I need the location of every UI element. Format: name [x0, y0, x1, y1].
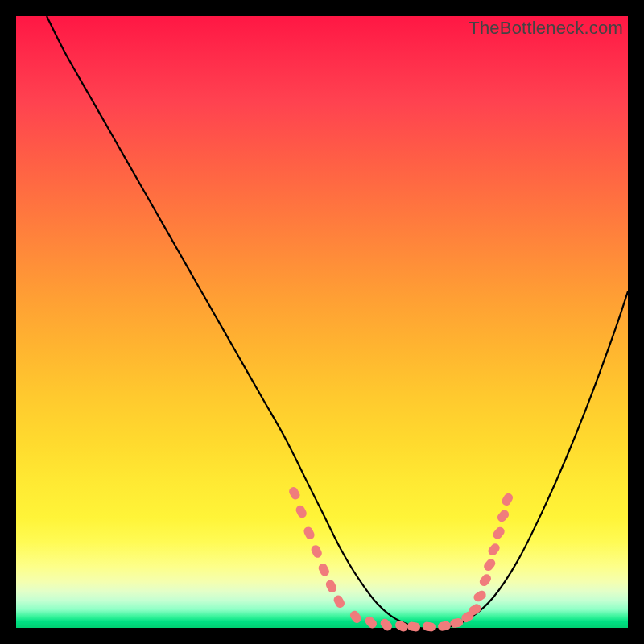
curve-marker	[303, 526, 316, 541]
curve-marker	[332, 594, 346, 609]
curve-marker	[472, 589, 487, 604]
curve-marker	[501, 492, 514, 507]
curve-marker	[491, 526, 506, 541]
chart-svg	[16, 16, 628, 628]
chart-frame: TheBottleneck.com	[16, 16, 628, 628]
curve-marker	[437, 621, 452, 632]
curve-marker	[486, 542, 502, 557]
bottleneck-curve	[47, 16, 628, 629]
watermark-text: TheBottleneck.com	[469, 18, 623, 39]
curve-marker	[295, 504, 308, 519]
curve-marker	[349, 609, 363, 625]
curve-marker	[317, 562, 331, 577]
curve-marker	[482, 557, 497, 572]
curve-marker	[478, 572, 493, 588]
curve-marker	[310, 543, 324, 559]
curve-marker	[394, 619, 409, 633]
curve-marker	[378, 617, 394, 633]
curve-marker	[496, 508, 511, 523]
curve-marker	[422, 621, 436, 633]
curve-marker	[407, 621, 421, 633]
curve-marker	[287, 485, 301, 501]
bottleneck-curve-path	[47, 16, 628, 629]
curve-marker	[363, 615, 378, 630]
curve-marker	[324, 579, 338, 594]
